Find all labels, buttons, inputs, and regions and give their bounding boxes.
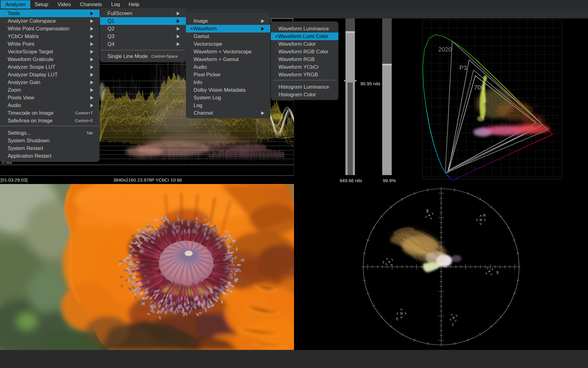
svg-text:Y: Y [382,261,384,265]
svg-text:G: G [396,317,398,321]
svg-text:C: C [452,323,454,327]
svg-text:B: B [496,271,499,275]
svg-text:M: M [483,214,485,218]
svg-text:2020: 2020 [438,46,452,53]
svg-text:P3: P3 [459,64,467,71]
svg-text:R: R [426,209,428,213]
